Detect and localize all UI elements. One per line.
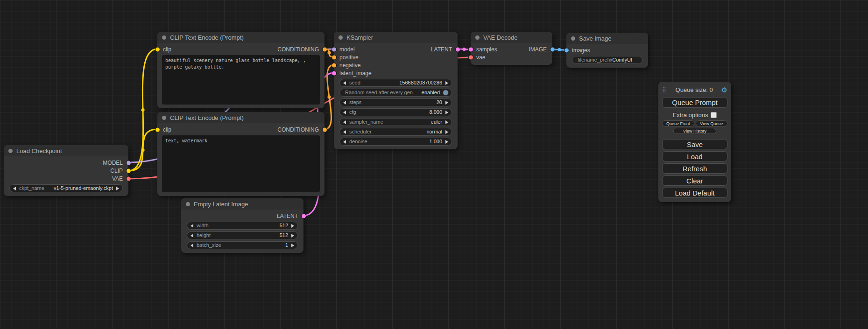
clear-button[interactable]: Clear [662,175,727,186]
node-titlebar[interactable]: VAE Decode [471,32,552,43]
negative-input-dot[interactable] [332,63,336,67]
samples-input-dot[interactable] [469,47,473,51]
toggle-icon[interactable] [443,90,448,95]
view-history-button[interactable]: View History [673,128,716,134]
load-button[interactable]: Load [662,151,727,161]
widget-value: 512 [280,222,288,229]
load-default-button[interactable]: Load Default [662,188,727,198]
slot-label: samples [476,46,497,53]
latent-image-input-dot[interactable] [332,71,336,75]
decrement-arrow-icon[interactable] [191,224,193,228]
menu-header: ⣿ Queue size: 0 ⚙ [662,85,727,94]
node-titlebar[interactable]: CLIP Text Encode (Prompt) [157,32,325,43]
slot-label: latent_image [339,70,372,77]
slot-row: clip CONDITIONING [157,126,325,133]
collapse-icon[interactable] [475,35,480,40]
slot-label: CLIP [110,168,123,174]
drag-handle-icon[interactable]: ⣿ [662,86,666,93]
clip-output-dot[interactable] [127,168,131,173]
extra-options-checkbox[interactable] [711,112,717,118]
batch-size-widget[interactable]: batch_size 1 [187,241,298,249]
decrement-arrow-icon[interactable] [343,140,346,144]
prev-arrow-icon[interactable] [343,130,346,134]
prompt-textarea[interactable]: beautiful scenery nature glass bottle la… [162,55,320,105]
decrement-arrow-icon[interactable] [343,111,346,114]
ckpt-name-widget[interactable]: ckpt_name v1-5-pruned-emaonly.ckpt [9,184,123,192]
increment-arrow-icon[interactable] [445,101,448,105]
slot-label: CONDITIONING [277,126,319,133]
image-output-dot[interactable] [550,47,555,51]
latent-output-dot[interactable] [302,214,306,218]
vae-output-dot[interactable] [127,176,131,181]
widget-name: width [197,222,209,229]
increment-arrow-icon[interactable] [291,244,294,247]
increment-arrow-icon[interactable] [291,224,294,228]
widget-name: filename_prefix [578,56,612,63]
scheduler-widget[interactable]: scheduler normal [339,128,452,136]
positive-input-dot[interactable] [332,55,336,59]
collapse-icon[interactable] [162,116,166,120]
decrement-arrow-icon[interactable] [343,101,346,105]
decrement-arrow-icon[interactable] [191,244,193,247]
cfg-widget[interactable]: cfg 8.000 [339,108,452,116]
collapse-icon[interactable] [339,35,343,40]
filename-prefix-widget[interactable]: filename_prefix ComfyUI [572,56,642,64]
node-titlebar[interactable]: Load Checkpoint [4,145,128,156]
collapse-icon[interactable] [571,36,575,41]
history-row: View History [662,128,727,134]
steps-widget[interactable]: steps 20 [339,98,452,106]
extra-options-label: Extra options [673,112,708,119]
denoise-widget[interactable]: denoise 1.000 [339,138,452,146]
sampler-name-widget[interactable]: sampler_name euler [339,118,452,126]
seed-widget[interactable]: seed 156680208700286 [339,79,452,87]
vae-input-dot[interactable] [469,55,473,59]
slot-row-samples: samples IMAGE [471,45,552,53]
node-titlebar[interactable]: CLIP Text Encode (Prompt) [157,112,325,123]
node-titlebar[interactable]: Empty Latent Image [181,198,303,210]
next-arrow-icon[interactable] [116,187,119,190]
latent-output-dot[interactable] [456,47,460,51]
images-input-dot[interactable] [565,48,569,52]
next-arrow-icon[interactable] [445,120,448,124]
increment-arrow-icon[interactable] [291,234,294,238]
node-graph-canvas[interactable]: Load Checkpoint MODEL CLIP VAE ckpt_name… [0,0,868,329]
widget-name: Random seed after every gen [345,89,413,96]
conditioning-output-dot[interactable] [323,47,327,51]
view-queue-button[interactable]: View Queue [696,120,728,126]
save-button[interactable]: Save [662,139,727,149]
increment-arrow-icon[interactable] [445,81,448,85]
queue-prompt-button[interactable]: Queue Prompt [662,97,727,108]
increment-arrow-icon[interactable] [445,140,448,144]
conditioning-output-dot[interactable] [323,127,327,132]
model-input-dot[interactable] [332,47,336,51]
slot-label: MODEL [103,160,123,166]
queue-front-button[interactable]: Queue Front [662,120,694,126]
prev-arrow-icon[interactable] [13,187,16,190]
height-widget[interactable]: height 512 [187,231,298,239]
collapse-icon[interactable] [186,202,190,206]
clip-input-dot[interactable] [155,127,160,132]
prev-arrow-icon[interactable] [343,120,346,124]
widget-name: denoise [349,138,367,145]
slot-row-model: model LATENT [334,45,458,53]
node-titlebar[interactable]: KSampler [334,32,458,43]
refresh-button[interactable]: Refresh [662,163,727,174]
widget-value: v1-5-pruned-emaonly.ckpt [54,185,113,192]
collapse-icon[interactable] [8,149,13,153]
next-arrow-icon[interactable] [445,130,448,134]
slot-label: CONDITIONING [277,46,319,53]
node-titlebar[interactable]: Save Image [566,33,648,44]
model-output-dot[interactable] [127,161,131,165]
widget-name: batch_size [197,242,221,249]
collapse-icon[interactable] [162,35,166,40]
clip-input-dot[interactable] [155,47,160,51]
random-seed-toggle-widget[interactable]: Random seed after every gen enabled [339,89,452,97]
output-slot-clip: CLIP [4,167,128,175]
increment-arrow-icon[interactable] [445,111,448,114]
prompt-textarea[interactable]: text, watermark [162,135,320,192]
decrement-arrow-icon[interactable] [191,234,193,238]
settings-gear-icon[interactable]: ⚙ [721,86,727,93]
slot-row-latent-image: latent_image [334,69,458,77]
decrement-arrow-icon[interactable] [343,81,346,85]
width-widget[interactable]: width 512 [187,222,298,230]
